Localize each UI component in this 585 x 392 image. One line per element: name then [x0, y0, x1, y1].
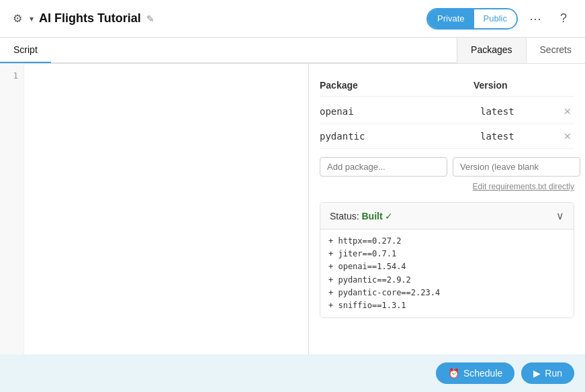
header: ⚙ ▾ AI Flights Tutorial ✎ Private Public… [0, 0, 585, 38]
code-editor[interactable] [24, 64, 308, 354]
packages-panel: Package Version openai latest ✕ pydantic… [309, 64, 585, 354]
expand-icon: ∨ [556, 209, 564, 222]
package-name-openai: openai [320, 106, 480, 117]
col-package-header: Package [320, 80, 474, 91]
run-icon: ▶ [533, 368, 541, 379]
schedule-button[interactable]: ⏰ Schedule [436, 362, 514, 384]
project-title: AI Flights Tutorial [39, 11, 141, 26]
status-label: Status: [330, 211, 359, 222]
status-text: Status: Built ✓ [330, 211, 393, 222]
package-name-pydantic: pydantic [320, 131, 480, 142]
visibility-toggle: Private Public [426, 8, 518, 30]
gear-icon[interactable]: ⚙ [11, 12, 24, 26]
tab-bar: Script Packages Secrets [0, 38, 585, 64]
check-icon: ✓ [385, 211, 393, 222]
log-line: + pydantic-core==2.23.4 [328, 287, 566, 299]
private-button[interactable]: Private [428, 9, 474, 28]
bottom-bar: ⏰ Schedule ▶ Run [0, 354, 585, 392]
status-section: Status: Built ✓ ∨ + httpx==0.27.2 + jite… [320, 202, 574, 318]
col-action-header [554, 80, 574, 91]
edit-icon[interactable]: ✎ [146, 13, 154, 24]
line-numbers: 1 [0, 64, 24, 354]
run-label: Run [545, 368, 562, 379]
header-right: Private Public ⋯ ? [426, 8, 574, 30]
packages-table: Package Version openai latest ✕ pydantic… [320, 75, 574, 149]
tab-packages[interactable]: Packages [457, 38, 526, 63]
share-button[interactable]: ⋯ [525, 8, 546, 30]
col-version-header: Version [474, 80, 554, 91]
tab-spacer [51, 38, 457, 63]
editor-area: 1 [0, 64, 309, 354]
log-line: + pydantic==2.9.2 [328, 274, 566, 287]
main-content: 1 Package Version openai latest ✕ pydant… [0, 64, 585, 354]
remove-openai-button[interactable]: ✕ [561, 105, 574, 118]
edit-requirements-link[interactable]: Edit requirements.txt directly [320, 182, 574, 191]
table-row: pydantic latest ✕ [320, 124, 574, 149]
status-log: + httpx==0.27.2 + jiter==0.7.1 + openai=… [320, 230, 574, 317]
packages-header: Package Version [320, 75, 574, 97]
header-left: ⚙ ▾ AI Flights Tutorial ✎ [11, 11, 426, 26]
tab-secrets[interactable]: Secrets [527, 38, 585, 63]
table-row: openai latest ✕ [320, 99, 574, 124]
package-version-pydantic: latest [480, 131, 561, 142]
log-line: + jiter==0.7.1 [328, 248, 566, 260]
log-line: + httpx==0.27.2 [328, 235, 566, 248]
run-button[interactable]: ▶ Run [521, 362, 574, 384]
log-line: + openai==1.54.4 [328, 260, 566, 273]
status-value: Built [361, 211, 382, 222]
schedule-label: Schedule [463, 368, 502, 379]
add-package-input[interactable] [320, 157, 447, 177]
version-input[interactable] [453, 157, 580, 177]
schedule-icon: ⏰ [448, 368, 459, 379]
status-header[interactable]: Status: Built ✓ ∨ [320, 203, 574, 230]
tab-script[interactable]: Script [0, 38, 51, 63]
chevron-down-icon[interactable]: ▾ [30, 14, 34, 23]
package-version-openai: latest [480, 106, 561, 117]
tab-right: Packages Secrets [457, 38, 585, 63]
add-package-row [320, 157, 574, 177]
help-button[interactable]: ? [553, 8, 574, 30]
public-button[interactable]: Public [474, 9, 516, 28]
help-icon: ? [560, 11, 567, 26]
share-icon: ⋯ [529, 11, 541, 26]
log-line: + sniffio==1.3.1 [328, 299, 566, 312]
remove-pydantic-button[interactable]: ✕ [561, 130, 574, 143]
line-number-1: 1 [0, 69, 24, 83]
